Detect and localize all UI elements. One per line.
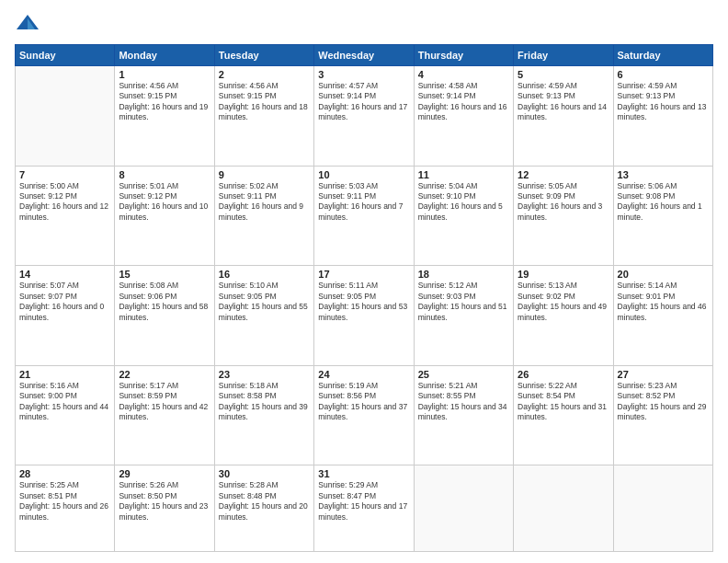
day-info: Sunrise: 5:06 AMSunset: 9:08 PMDaylight:… (618, 181, 709, 224)
header-row: SundayMondayTuesdayWednesdayThursdayFrid… (16, 45, 713, 66)
col-header-saturday: Saturday (613, 45, 712, 66)
col-header-wednesday: Wednesday (314, 45, 414, 66)
day-info: Sunrise: 4:56 AMSunset: 9:15 PMDaylight:… (119, 81, 210, 123)
day-cell: 17Sunrise: 5:11 AMSunset: 9:05 PMDayligh… (314, 266, 414, 366)
day-cell: 28Sunrise: 5:25 AMSunset: 8:51 PMDayligh… (16, 465, 115, 552)
day-cell: 1Sunrise: 4:56 AMSunset: 9:15 PMDaylight… (115, 66, 214, 167)
day-number: 19 (518, 269, 609, 280)
day-number: 10 (318, 169, 409, 180)
day-number: 16 (219, 269, 310, 280)
week-row-5: 28Sunrise: 5:25 AMSunset: 8:51 PMDayligh… (16, 465, 713, 552)
day-info: Sunrise: 5:11 AMSunset: 9:05 PMDaylight:… (318, 281, 409, 323)
day-number: 9 (219, 169, 310, 180)
day-number: 25 (418, 369, 509, 380)
day-number: 27 (618, 369, 709, 380)
day-number: 3 (318, 69, 409, 80)
day-cell: 16Sunrise: 5:10 AMSunset: 9:05 PMDayligh… (214, 266, 313, 366)
day-number: 22 (119, 369, 210, 380)
day-info: Sunrise: 5:16 AMSunset: 9:00 PMDaylight:… (19, 381, 110, 423)
day-info: Sunrise: 4:57 AMSunset: 9:14 PMDaylight:… (318, 81, 409, 123)
day-cell: 4Sunrise: 4:58 AMSunset: 9:14 PMDaylight… (414, 66, 513, 167)
day-info: Sunrise: 5:03 AMSunset: 9:11 PMDaylight:… (318, 181, 409, 224)
day-number: 23 (219, 369, 310, 380)
week-row-2: 7Sunrise: 5:00 AMSunset: 9:12 PMDaylight… (16, 166, 713, 266)
day-cell: 13Sunrise: 5:06 AMSunset: 9:08 PMDayligh… (613, 166, 712, 266)
day-info: Sunrise: 5:21 AMSunset: 8:55 PMDaylight:… (418, 381, 509, 423)
day-cell: 5Sunrise: 4:59 AMSunset: 9:13 PMDaylight… (514, 66, 613, 167)
day-cell: 6Sunrise: 4:59 AMSunset: 9:13 PMDaylight… (613, 66, 712, 167)
day-info: Sunrise: 5:25 AMSunset: 8:51 PMDaylight:… (19, 480, 110, 523)
day-cell: 10Sunrise: 5:03 AMSunset: 9:11 PMDayligh… (314, 166, 414, 266)
day-cell (514, 465, 613, 552)
day-cell: 9Sunrise: 5:02 AMSunset: 9:11 PMDaylight… (214, 166, 313, 266)
day-info: Sunrise: 5:00 AMSunset: 9:12 PMDaylight:… (19, 181, 110, 224)
day-number: 5 (518, 69, 609, 80)
day-cell: 7Sunrise: 5:00 AMSunset: 9:12 PMDaylight… (16, 166, 115, 266)
week-row-3: 14Sunrise: 5:07 AMSunset: 9:07 PMDayligh… (16, 266, 713, 366)
day-number: 15 (119, 269, 210, 280)
day-number: 12 (518, 169, 609, 180)
day-cell: 8Sunrise: 5:01 AMSunset: 9:12 PMDaylight… (115, 166, 214, 266)
day-cell: 14Sunrise: 5:07 AMSunset: 9:07 PMDayligh… (16, 266, 115, 366)
calendar-table: SundayMondayTuesdayWednesdayThursdayFrid… (15, 44, 713, 552)
day-number: 21 (19, 369, 110, 380)
day-cell: 19Sunrise: 5:13 AMSunset: 9:02 PMDayligh… (514, 266, 613, 366)
logo (15, 11, 44, 37)
day-info: Sunrise: 4:59 AMSunset: 9:13 PMDaylight:… (618, 81, 709, 123)
day-cell: 2Sunrise: 4:56 AMSunset: 9:15 PMDaylight… (214, 66, 313, 167)
day-info: Sunrise: 5:29 AMSunset: 8:47 PMDaylight:… (318, 480, 409, 523)
day-cell (414, 465, 513, 552)
day-number: 18 (418, 269, 509, 280)
day-cell: 18Sunrise: 5:12 AMSunset: 9:03 PMDayligh… (414, 266, 513, 366)
day-cell (613, 465, 712, 552)
day-number: 28 (19, 468, 110, 479)
page: SundayMondayTuesdayWednesdayThursdayFrid… (0, 0, 728, 563)
day-number: 29 (119, 468, 210, 479)
col-header-monday: Monday (115, 45, 214, 66)
day-info: Sunrise: 4:56 AMSunset: 9:15 PMDaylight:… (219, 81, 310, 123)
day-cell: 3Sunrise: 4:57 AMSunset: 9:14 PMDaylight… (314, 66, 414, 167)
week-row-4: 21Sunrise: 5:16 AMSunset: 9:00 PMDayligh… (16, 365, 713, 465)
day-cell: 22Sunrise: 5:17 AMSunset: 8:59 PMDayligh… (115, 365, 214, 465)
day-cell: 21Sunrise: 5:16 AMSunset: 9:00 PMDayligh… (16, 365, 115, 465)
day-cell: 26Sunrise: 5:22 AMSunset: 8:54 PMDayligh… (514, 365, 613, 465)
day-number: 17 (318, 269, 409, 280)
col-header-thursday: Thursday (414, 45, 513, 66)
day-info: Sunrise: 5:26 AMSunset: 8:50 PMDaylight:… (119, 480, 210, 523)
day-info: Sunrise: 5:08 AMSunset: 9:06 PMDaylight:… (119, 281, 210, 323)
day-cell: 25Sunrise: 5:21 AMSunset: 8:55 PMDayligh… (414, 365, 513, 465)
day-cell: 31Sunrise: 5:29 AMSunset: 8:47 PMDayligh… (314, 465, 414, 552)
col-header-sunday: Sunday (16, 45, 115, 66)
col-header-tuesday: Tuesday (214, 45, 313, 66)
day-number: 31 (318, 468, 409, 479)
day-info: Sunrise: 5:05 AMSunset: 9:09 PMDaylight:… (518, 181, 609, 224)
day-info: Sunrise: 5:07 AMSunset: 9:07 PMDaylight:… (19, 281, 110, 323)
day-cell: 11Sunrise: 5:04 AMSunset: 9:10 PMDayligh… (414, 166, 513, 266)
day-info: Sunrise: 5:12 AMSunset: 9:03 PMDaylight:… (418, 281, 509, 323)
day-number: 20 (618, 269, 709, 280)
day-info: Sunrise: 4:58 AMSunset: 9:14 PMDaylight:… (418, 81, 509, 123)
day-number: 14 (19, 269, 110, 280)
day-number: 26 (518, 369, 609, 380)
day-info: Sunrise: 5:22 AMSunset: 8:54 PMDaylight:… (518, 381, 609, 423)
day-number: 13 (618, 169, 709, 180)
day-cell: 27Sunrise: 5:23 AMSunset: 8:52 PMDayligh… (613, 365, 712, 465)
day-number: 4 (418, 69, 509, 80)
week-row-1: 1Sunrise: 4:56 AMSunset: 9:15 PMDaylight… (16, 66, 713, 167)
day-cell: 12Sunrise: 5:05 AMSunset: 9:09 PMDayligh… (514, 166, 613, 266)
day-info: Sunrise: 5:01 AMSunset: 9:12 PMDaylight:… (119, 181, 210, 224)
day-cell: 24Sunrise: 5:19 AMSunset: 8:56 PMDayligh… (314, 365, 414, 465)
day-cell: 29Sunrise: 5:26 AMSunset: 8:50 PMDayligh… (115, 465, 214, 552)
day-info: Sunrise: 5:28 AMSunset: 8:48 PMDaylight:… (219, 480, 310, 523)
day-info: Sunrise: 5:18 AMSunset: 8:58 PMDaylight:… (219, 381, 310, 423)
day-number: 2 (219, 69, 310, 80)
day-number: 8 (119, 169, 210, 180)
day-info: Sunrise: 5:17 AMSunset: 8:59 PMDaylight:… (119, 381, 210, 423)
header (15, 11, 713, 37)
day-number: 6 (618, 69, 709, 80)
day-cell: 23Sunrise: 5:18 AMSunset: 8:58 PMDayligh… (214, 365, 313, 465)
day-cell: 15Sunrise: 5:08 AMSunset: 9:06 PMDayligh… (115, 266, 214, 366)
day-info: Sunrise: 5:23 AMSunset: 8:52 PMDaylight:… (618, 381, 709, 423)
day-cell: 20Sunrise: 5:14 AMSunset: 9:01 PMDayligh… (613, 266, 712, 366)
day-cell (16, 66, 115, 167)
